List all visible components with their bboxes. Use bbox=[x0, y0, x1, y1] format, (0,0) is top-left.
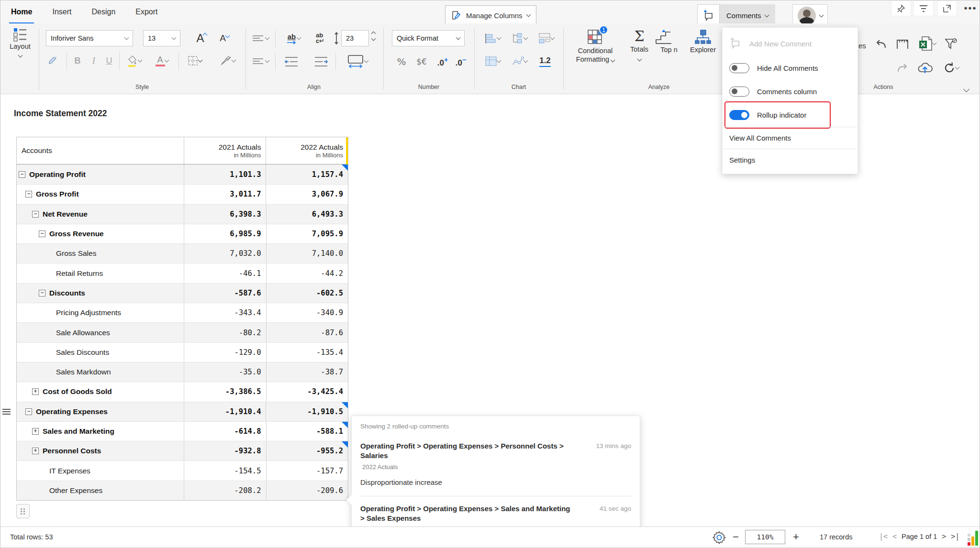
manage-columns-button[interactable]: Manage Columns bbox=[445, 5, 536, 25]
value-2022[interactable]: -135.4 bbox=[266, 343, 348, 362]
collapse-icon[interactable]: − bbox=[25, 408, 32, 415]
table-row[interactable]: Sales Discounts-129.0-135.4 bbox=[17, 342, 348, 362]
ruler-button[interactable] bbox=[893, 36, 912, 52]
column-header-accounts[interactable]: Accounts bbox=[17, 137, 184, 164]
collapse-icon[interactable]: − bbox=[19, 171, 25, 178]
currency-format-button[interactable]: $€ bbox=[411, 53, 432, 70]
value-2021[interactable]: 6,398.3 bbox=[184, 205, 266, 224]
table-row[interactable]: +Sales and Marketing-614.8-588.1 bbox=[17, 421, 348, 441]
value-2021[interactable]: -614.8 bbox=[184, 422, 266, 441]
value-2022[interactable]: 7,095.9 bbox=[266, 224, 348, 243]
decrease-font-size-button[interactable]: A bbox=[215, 29, 234, 47]
value-2021[interactable]: -80.2 bbox=[184, 323, 266, 342]
value-2022[interactable]: -602.5 bbox=[266, 284, 348, 303]
pin-visual-button[interactable] bbox=[891, 0, 911, 16]
increase-font-size-button[interactable]: A bbox=[192, 29, 211, 47]
value-2022[interactable]: -588.1 bbox=[266, 422, 348, 441]
filters-button[interactable] bbox=[913, 0, 934, 16]
table-visual-button[interactable] bbox=[480, 53, 505, 69]
table-move-handle[interactable] bbox=[16, 504, 30, 518]
line-chart-button[interactable] bbox=[507, 53, 532, 69]
value-2021[interactable]: -208.2 bbox=[184, 481, 266, 500]
tab-home[interactable]: Home bbox=[10, 2, 33, 22]
value-2022[interactable]: -157.7 bbox=[266, 461, 348, 480]
value-2022[interactable]: -3,425.4 bbox=[266, 382, 348, 401]
collapse-icon[interactable]: − bbox=[39, 290, 45, 296]
wrap-text-button[interactable]: abc↵ bbox=[311, 29, 330, 47]
collapse-ribbon-button[interactable] bbox=[964, 85, 969, 93]
toggle-hide-all-comments[interactable] bbox=[729, 63, 749, 73]
table-row[interactable]: Other Expenses-208.2-209.6 bbox=[17, 481, 348, 500]
zoom-in-button[interactable]: + bbox=[793, 531, 799, 543]
row-height-stepper[interactable] bbox=[372, 31, 375, 40]
value-2021[interactable]: -46.1 bbox=[184, 263, 266, 283]
value-2022[interactable]: -1,910.5 bbox=[266, 402, 348, 421]
table-row[interactable]: −Gross Profit3,011.73,067.9 bbox=[17, 184, 348, 204]
percent-format-button[interactable]: % bbox=[394, 53, 409, 70]
redo-button[interactable] bbox=[893, 60, 912, 76]
value-2021[interactable]: -3,386.5 bbox=[184, 382, 266, 401]
table-row[interactable]: +Personnel Costs-932.8-955.2 bbox=[17, 441, 348, 460]
tab-insert[interactable]: Insert bbox=[51, 2, 72, 22]
table-row[interactable]: Gross Sales7,032.07,140.0 bbox=[17, 243, 348, 263]
zoom-level-input[interactable]: 110% bbox=[745, 530, 785, 544]
font-color-button[interactable]: A bbox=[151, 52, 173, 69]
bar-chart-button[interactable] bbox=[480, 30, 505, 46]
refresh-button[interactable] bbox=[938, 60, 963, 76]
collapse-icon[interactable]: − bbox=[25, 191, 32, 197]
collapse-icon[interactable]: − bbox=[32, 211, 39, 218]
menu-item-view-all-comments[interactable]: View All Comments bbox=[723, 127, 858, 149]
value-2022[interactable]: -44.2 bbox=[266, 263, 348, 283]
first-page-button[interactable]: |< bbox=[879, 532, 888, 541]
comment-indicator-icon[interactable] bbox=[342, 441, 348, 448]
value-2022[interactable]: -209.6 bbox=[266, 481, 348, 500]
underline-button[interactable]: U bbox=[102, 52, 116, 69]
tab-design[interactable]: Design bbox=[90, 2, 116, 22]
table-row[interactable]: Sales Markdown-35.0-38.7 bbox=[17, 362, 348, 382]
table-row[interactable]: −Operating Profit1,101.31,157.4 bbox=[17, 164, 348, 184]
font-family-select[interactable]: Inforiver Sans bbox=[46, 30, 133, 46]
previous-page-button[interactable]: < bbox=[892, 532, 897, 541]
value-2021[interactable]: -154.5 bbox=[184, 461, 266, 480]
increase-indent-button[interactable] bbox=[311, 53, 332, 70]
collapse-icon[interactable]: − bbox=[39, 230, 45, 237]
autofit-width-button[interactable] bbox=[343, 51, 372, 71]
increase-decimal-button[interactable]: .0+ bbox=[434, 53, 451, 70]
value-2021[interactable]: -932.8 bbox=[184, 441, 266, 460]
conditional-formatting-button[interactable]: 1 Conditional Formatting bbox=[570, 29, 621, 64]
table-row[interactable]: Pricing Adjustments-343.4-340.9 bbox=[17, 303, 348, 322]
value-2022[interactable]: -955.2 bbox=[266, 441, 348, 460]
settings-gear-button[interactable] bbox=[713, 531, 726, 544]
highlight-color-button[interactable] bbox=[123, 52, 145, 69]
table-row[interactable]: −Discounts-587.6-602.5 bbox=[17, 283, 348, 303]
bold-button[interactable]: B bbox=[70, 52, 85, 69]
value-2021[interactable]: 6,985.9 bbox=[184, 224, 266, 243]
number-format-sample-button[interactable]: 1.2 bbox=[535, 53, 556, 69]
borders-button[interactable] bbox=[182, 52, 206, 69]
expand-icon[interactable]: + bbox=[32, 428, 39, 435]
column-header-2021[interactable]: 2021 Actualsin Millions bbox=[184, 137, 266, 164]
value-2021[interactable]: -587.6 bbox=[184, 284, 266, 303]
expand-icon[interactable]: + bbox=[32, 448, 39, 454]
hierarchy-chart-button[interactable] bbox=[507, 30, 532, 46]
value-2022[interactable]: -340.9 bbox=[266, 303, 348, 322]
table-row[interactable]: Retail Returns-46.1-44.2 bbox=[17, 263, 348, 283]
value-2021[interactable]: -1,910.4 bbox=[184, 402, 266, 421]
comment-indicator-icon[interactable] bbox=[342, 164, 348, 171]
table-row[interactable]: −Gross Revenue6,985.97,095.9 bbox=[17, 224, 348, 243]
value-2022[interactable]: 7,140.0 bbox=[266, 244, 348, 263]
undo-button[interactable] bbox=[872, 36, 890, 52]
value-2021[interactable]: -35.0 bbox=[184, 362, 266, 382]
horizontal-align-button[interactable] bbox=[250, 53, 271, 69]
value-2021[interactable]: 1,101.3 bbox=[184, 164, 266, 184]
font-size-select[interactable]: 13 bbox=[143, 30, 180, 46]
value-2022[interactable]: 1,157.4 bbox=[266, 164, 348, 184]
totals-button[interactable]: Σ Totals bbox=[625, 29, 653, 62]
value-2021[interactable]: -343.4 bbox=[184, 303, 266, 322]
menu-item-comments-column[interactable]: Comments column bbox=[723, 80, 858, 103]
comment-indicator-icon[interactable] bbox=[342, 402, 348, 408]
expand-icon[interactable]: + bbox=[32, 388, 39, 395]
value-2022[interactable]: 6,493.3 bbox=[266, 205, 348, 224]
table-row[interactable]: −Net Revenue6,398.36,493.3 bbox=[17, 204, 348, 224]
focus-mode-button[interactable] bbox=[937, 0, 957, 16]
